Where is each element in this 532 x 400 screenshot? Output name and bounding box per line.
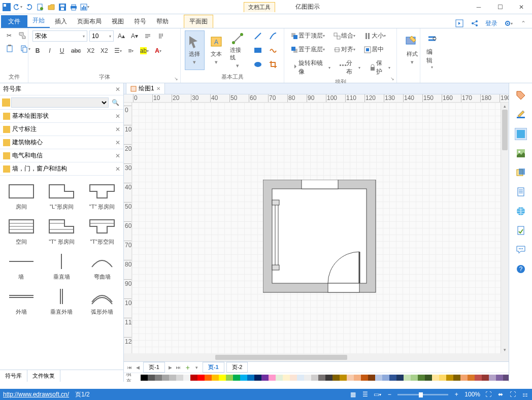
page-tab-1[interactable]: 页-1 — [143, 362, 165, 373]
edit-button[interactable]: 编辑▾ — [424, 47, 440, 71]
color-swatch-5[interactable] — [169, 375, 176, 381]
paste-icon[interactable] — [4, 44, 16, 54]
hscroll-thumb[interactable] — [215, 355, 347, 360]
line-tool-icon[interactable] — [251, 30, 264, 42]
zoom-percent[interactable]: 100% — [464, 391, 480, 398]
distribute-button[interactable]: 分布▾ — [337, 58, 362, 77]
color-swatch-35[interactable] — [382, 375, 389, 381]
maximize-icon[interactable]: ☐ — [495, 3, 505, 12]
underline-icon[interactable]: U — [57, 46, 67, 56]
shape-item-8[interactable]: 弯曲墙 — [83, 250, 121, 283]
rp-layer-icon[interactable] — [515, 166, 527, 179]
scroll-up-icon[interactable]: ▴ — [501, 103, 509, 110]
color-swatch-41[interactable] — [425, 375, 432, 381]
color-swatch-14[interactable] — [233, 375, 240, 381]
undo-icon[interactable]: ▾ — [13, 3, 22, 12]
color-swatch-28[interactable] — [332, 375, 340, 381]
color-swatch-6[interactable] — [176, 375, 183, 381]
page-next-icon[interactable]: ▶ — [167, 364, 174, 371]
arrange-launcher-icon[interactable]: ↘ — [389, 76, 395, 82]
color-swatch-30[interactable] — [347, 375, 354, 381]
rp-help-icon[interactable]: ? — [515, 263, 527, 275]
superscript-icon[interactable]: X2 — [98, 46, 110, 56]
new-icon[interactable] — [36, 3, 45, 12]
color-swatch-42[interactable] — [432, 375, 439, 381]
font-size-select[interactable]: 10▾ — [89, 30, 114, 42]
zoom-out-icon[interactable]: − — [385, 390, 393, 398]
page-tab-2[interactable]: 页-2 — [226, 362, 248, 373]
category-0[interactable]: 基本绘图形状✕ — [0, 110, 123, 123]
share-icon[interactable] — [470, 19, 479, 28]
export-icon[interactable] — [455, 19, 464, 28]
search-icon[interactable]: 🔍 — [110, 99, 121, 106]
color-swatch-2[interactable] — [148, 375, 155, 381]
settings-icon[interactable]: ▾ — [504, 19, 513, 28]
shape-item-6[interactable]: 墙 — [2, 250, 41, 283]
page-menu-icon[interactable]: ▾ — [193, 364, 201, 371]
format-painter-icon[interactable] — [16, 30, 28, 41]
color-swatch-26[interactable] — [318, 375, 325, 381]
shape-item-0[interactable]: 房间 — [2, 180, 41, 213]
font-launcher-icon[interactable]: ↘ — [173, 76, 179, 82]
color-swatch-40[interactable] — [418, 375, 425, 381]
qat-app-icon[interactable] — [2, 3, 11, 12]
drawing-canvas[interactable] — [132, 103, 501, 353]
rp-globe-icon[interactable] — [515, 205, 527, 217]
color-swatch-8[interactable] — [190, 375, 197, 381]
page-last-icon[interactable]: ⏭ — [175, 364, 182, 371]
color-swatch-1[interactable] — [141, 375, 148, 381]
category-4[interactable]: 墙，门，窗户和结构✕ — [0, 162, 123, 176]
shape-item-11[interactable]: 弧形外墙 — [83, 285, 121, 318]
color-swatch-4[interactable] — [162, 375, 169, 381]
connector-tool-button[interactable]: 连接线▾ — [228, 30, 247, 70]
foot-tab-library[interactable]: 符号库 — [0, 370, 27, 382]
category-2[interactable]: 建筑物核心✕ — [0, 136, 123, 149]
add-page-icon[interactable]: + — [184, 364, 191, 371]
strike-icon[interactable]: abc — [69, 46, 83, 56]
align-button[interactable]: 对齐▾ — [331, 44, 357, 55]
color-swatch-46[interactable] — [460, 375, 468, 381]
color-swatch-9[interactable] — [197, 375, 205, 381]
tab-floorplan[interactable]: 平面图 — [184, 15, 213, 28]
color-swatch-7[interactable] — [183, 375, 190, 381]
color-swatch-44[interactable] — [446, 375, 453, 381]
color-swatch-39[interactable] — [411, 375, 418, 381]
color-swatch-17[interactable] — [254, 375, 261, 381]
italic-icon[interactable]: I — [45, 46, 55, 56]
cut-icon[interactable]: ✂ — [4, 30, 14, 41]
rp-page-icon[interactable] — [515, 186, 527, 198]
font-color-icon[interactable]: A▾ — [153, 46, 163, 56]
color-swatch-13[interactable] — [226, 375, 233, 381]
color-swatch-25[interactable] — [311, 375, 318, 381]
shape-item-10[interactable]: 垂直外墙 — [43, 285, 81, 318]
rp-tag-icon[interactable] — [515, 89, 527, 102]
search-select[interactable] — [11, 97, 109, 108]
file-tab[interactable]: 文件 — [1, 15, 27, 28]
vscroll-thumb[interactable] — [502, 110, 508, 150]
horizontal-scrollbar[interactable] — [124, 353, 509, 361]
color-swatch-50[interactable] — [489, 375, 496, 381]
color-swatch-29[interactable] — [340, 375, 347, 381]
page-prev-icon[interactable]: ◀ — [134, 364, 141, 371]
doc-tab-1[interactable]: 绘图1 ✕ — [126, 83, 165, 94]
send-back-button[interactable]: 置于底层▾ — [288, 44, 327, 55]
floorplan-drawing[interactable] — [263, 180, 381, 297]
category-1[interactable]: 尺寸标注✕ — [0, 123, 123, 136]
page-first-icon[interactable]: ⏮ — [126, 364, 133, 371]
text-tool-button[interactable]: A文本▾ — [207, 30, 226, 70]
color-swatch-27[interactable] — [325, 375, 332, 381]
color-swatch-15[interactable] — [240, 375, 247, 381]
color-swatch-52[interactable] — [503, 375, 509, 381]
full-screen-icon[interactable]: ⛶ — [509, 390, 517, 398]
bullets-icon[interactable]: ≡▾ — [126, 46, 136, 56]
minimize-icon[interactable]: ─ — [474, 3, 483, 12]
view-outline-icon[interactable]: ☰ — [361, 390, 369, 398]
tab-page-layout[interactable]: 页面布局 — [72, 15, 107, 28]
foot-tab-recovery[interactable]: 文件恢复 — [27, 370, 60, 382]
rp-fill-icon[interactable] — [515, 128, 527, 140]
redo-icon[interactable] — [24, 3, 34, 12]
bring-front-button[interactable]: 置于顶层▾ — [288, 30, 327, 41]
zoom-thumb[interactable] — [419, 392, 423, 397]
search-category-icon[interactable] — [2, 98, 10, 107]
color-swatch-19[interactable] — [269, 375, 276, 381]
